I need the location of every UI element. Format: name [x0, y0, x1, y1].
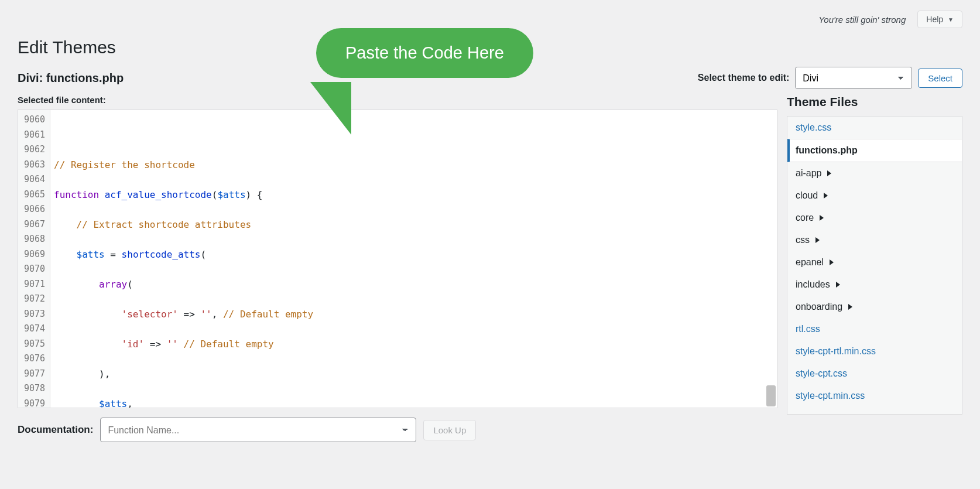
file-item-functions-php[interactable]: functions.php	[787, 139, 962, 162]
file-item-style-cpt-rtl-min-css[interactable]: style-cpt-rtl.min.css	[787, 340, 962, 363]
file-heading: Divi: functions.php	[18, 71, 124, 85]
file-item-css[interactable]: css	[787, 229, 962, 251]
help-button[interactable]: Help	[917, 11, 962, 28]
file-item-cloud[interactable]: cloud	[787, 184, 962, 207]
theme-file-list[interactable]: style.cssfunctions.phpai-appcloudcorecss…	[787, 116, 962, 415]
status-message: You're still goin' strong	[818, 15, 906, 25]
lookup-button[interactable]: Look Up	[423, 420, 476, 440]
line-gutter: 9060906190629063906490659066906790689069…	[18, 110, 50, 408]
callout-bubble: Paste the Code Here	[316, 28, 533, 78]
select-theme-label: Select theme to edit:	[698, 73, 789, 83]
file-item-ai-app[interactable]: ai-app	[787, 162, 962, 184]
file-item-style-css[interactable]: style.css	[787, 117, 962, 139]
select-button[interactable]: Select	[918, 69, 962, 88]
file-item-style-cpt-css[interactable]: style-cpt.css	[787, 363, 962, 385]
file-item-core[interactable]: core	[787, 207, 962, 229]
code-editor[interactable]: 9060906190629063906490659066906790689069…	[18, 110, 777, 408]
selected-file-label: Selected file content:	[18, 95, 777, 105]
file-item-rtl-css[interactable]: rtl.css	[787, 318, 962, 340]
scrollbar-thumb[interactable]	[766, 385, 776, 406]
file-item-includes[interactable]: includes	[787, 273, 962, 296]
documentation-select[interactable]: Function Name...	[100, 418, 416, 442]
theme-files-title: Theme Files	[787, 95, 962, 109]
theme-select[interactable]: Divi	[795, 67, 912, 89]
documentation-label: Documentation:	[18, 424, 93, 436]
file-item-epanel[interactable]: epanel	[787, 251, 962, 273]
callout-tail	[310, 82, 351, 135]
file-item-style-cpt-min-css[interactable]: style-cpt.min.css	[787, 385, 962, 407]
file-item-onboarding[interactable]: onboarding	[787, 296, 962, 318]
code-content[interactable]: // Register the shortcode function acf_v…	[50, 110, 777, 408]
